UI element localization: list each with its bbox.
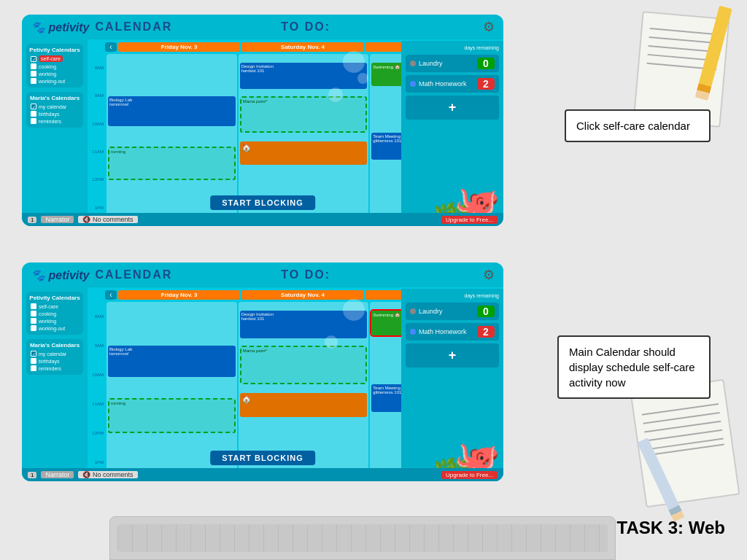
day-header-sat-top: Saturday Nov. 4	[241, 42, 363, 52]
app-header-bottom: 🐾 petivity CALENDAR TO DO: ⚙	[22, 262, 503, 287]
todo-label-math-top: Math Homework	[419, 80, 474, 88]
time-12pm-bottom: 12PM	[90, 431, 105, 435]
todo-laundry-bottom[interactable]: Laundry 0	[406, 303, 499, 320]
instruction-box-top: Click self-care calendar	[565, 109, 711, 142]
todo-add-btn-top[interactable]: +	[406, 96, 499, 120]
checkbox-selfcare-bottom[interactable]	[31, 303, 36, 309]
logo-bottom: 🐾 petivity	[31, 268, 89, 282]
sidebar-item-cooking-top[interactable]: cooking	[29, 63, 80, 70]
gear-icon-bottom[interactable]: ⚙	[483, 267, 495, 283]
todo-laundry-top[interactable]: Laundry 0	[406, 55, 499, 72]
checkbox-birthdays-bottom[interactable]	[31, 358, 36, 364]
upgrade-badge-bottom[interactable]: Upgrade to Free...	[441, 471, 498, 479]
checkbox-mycal-top[interactable]	[31, 104, 36, 109]
sidebar-item-working-top[interactable]: working	[29, 70, 80, 77]
mycal-label-top: my calendar	[39, 104, 66, 109]
prev-btn-bottom[interactable]: ‹	[105, 290, 117, 300]
sidebar-item-selfcare-top[interactable]: self-care	[29, 55, 80, 63]
gear-icon-top[interactable]: ⚙	[483, 19, 495, 35]
calendar-title-top: CALENDAR	[95, 20, 172, 34]
event-biologylab-bottom[interactable]: Biology Labtomorrow!	[108, 346, 236, 377]
sidebar-item-mycal-top[interactable]: my calendar	[29, 103, 80, 110]
bg-keyboard	[109, 516, 616, 560]
sidebar-item-workingout-bottom[interactable]: working-out	[29, 324, 80, 332]
todo-dot-math-top	[410, 81, 416, 87]
mycal-label-bottom: my calendar	[39, 351, 66, 357]
event-running-top[interactable]: running	[108, 147, 236, 180]
bottom-bar-top: 1 Narrator 🔇 No comments Upgrade to Free…	[22, 213, 503, 226]
narrator-btn-bottom[interactable]: Narrator	[41, 471, 74, 478]
time-9am-bottom: 9AM	[90, 343, 105, 348]
days-remaining-bottom: days remaining	[406, 293, 499, 298]
marias-section-title-bottom: Maria's Calendars	[29, 342, 80, 349]
event-design-top[interactable]: Design Invitationhardest 101	[240, 63, 368, 90]
time-col-top: 8AM 9AM 10AM 11AM 12PM 1PM	[90, 54, 105, 222]
petivity-section-title-bottom: Petivity Calendars	[29, 295, 80, 301]
sidebar-item-working-bottom[interactable]: working	[29, 317, 80, 324]
workingout-label-top: working-out	[39, 79, 65, 84]
sidebar-item-birthdays-top[interactable]: birthdays	[29, 110, 80, 117]
checkbox-cooking-bottom[interactable]	[31, 311, 36, 316]
time-11am-bottom: 11AM	[90, 402, 105, 406]
time-8am-top: 8AM	[90, 66, 105, 70]
event-mamapaint-top[interactable]: Mama paint*	[240, 96, 368, 133]
todo-mathhw-bottom[interactable]: Math Homework 2	[406, 323, 499, 341]
prev-btn-top[interactable]: ‹	[105, 42, 117, 52]
task-label: TASK 3: Web	[617, 518, 725, 538]
time-1pm-bottom: 1PM	[90, 460, 105, 464]
comments-bottom: 🔇 No comments	[78, 471, 137, 478]
event-biologylab-top[interactable]: Biology Labtomorrow!	[108, 96, 236, 126]
calendar-title-bottom: CALENDAR	[95, 268, 172, 281]
todo-label-math-bottom: Math Homework	[419, 328, 474, 335]
event-mamapaint-bottom[interactable]: Mama paint*	[240, 346, 368, 384]
time-10am-top: 10AM	[90, 122, 105, 126]
checkbox-reminders-top[interactable]	[31, 118, 36, 124]
todo-add-btn-bottom[interactable]: +	[406, 343, 499, 368]
sidebar-item-selfcare-bottom[interactable]: self-care	[29, 303, 80, 310]
checkbox-workingout-bottom[interactable]	[31, 325, 36, 331]
event-home-top[interactable]: 🏠	[240, 141, 368, 165]
start-blocking-btn-bottom[interactable]: START BLOCKING	[210, 451, 315, 465]
event-home-bottom[interactable]: 🏠	[240, 393, 368, 418]
todo-count-laundry-top: 0	[477, 58, 495, 69]
todo-label-laundry-bottom: Laundry	[419, 308, 474, 315]
sidebar-item-cooking-bottom[interactable]: cooking	[29, 310, 80, 317]
checkbox-mycal-bottom[interactable]	[31, 351, 36, 357]
page-num-bottom: 1	[28, 472, 36, 478]
sidebar-item-mycal-bottom[interactable]: my calendar	[29, 350, 80, 357]
workingout-label-bottom: working-out	[39, 326, 65, 331]
time-11am-top: 11AM	[90, 149, 105, 154]
checkbox-workingout-top[interactable]	[31, 78, 36, 84]
todo-mathhw-top[interactable]: Math Homework 2	[406, 75, 499, 93]
sidebar-item-reminders-bottom[interactable]: reminders	[29, 365, 80, 372]
marias-calendars-section-top: Maria's Calendars my calendar birthdays …	[26, 92, 83, 128]
top-app-panel: 🐾 petivity CALENDAR TO DO: ⚙ Petivity Ca…	[22, 15, 503, 226]
checkbox-reminders-bottom[interactable]	[31, 365, 36, 371]
birthdays-label-top: birthdays	[39, 112, 59, 117]
bottom-app-panel: 🐾 petivity CALENDAR TO DO: ⚙ Petivity Ca…	[22, 262, 503, 481]
cooking-label-top: cooking	[39, 64, 56, 69]
event-running-bottom[interactable]: running	[108, 398, 236, 433]
time-col-bottom: 8AM 9AM 10AM 11AM 12PM 1PM	[90, 302, 105, 477]
sidebar-item-reminders-top[interactable]: reminders	[29, 117, 80, 125]
comments-top: 🔇 No comments	[78, 216, 137, 223]
sidebar-item-workingout-top[interactable]: working-out	[29, 77, 80, 85]
start-blocking-btn-top[interactable]: START BLOCKING	[210, 195, 315, 210]
page-num-top: 1	[28, 217, 36, 223]
checkbox-cooking-top[interactable]	[31, 63, 36, 69]
todo-dot-math-bottom	[410, 329, 416, 335]
checkbox-working-top[interactable]	[31, 71, 36, 77]
todo-title-top: TO DO:	[281, 20, 330, 34]
sidebar-item-birthdays-bottom[interactable]: birthdays	[29, 357, 80, 365]
checkbox-selfcare-top[interactable]	[31, 56, 36, 62]
narrator-btn-top[interactable]: Narrator	[41, 216, 74, 223]
upgrade-badge-top[interactable]: Upgrade to Free...	[441, 216, 498, 224]
event-design-bottom[interactable]: Design Invitationhardest 101	[240, 311, 368, 338]
selfcare-label-top[interactable]: self-care	[39, 55, 63, 62]
checkbox-working-bottom[interactable]	[31, 318, 36, 324]
time-8am-bottom: 8AM	[90, 314, 105, 319]
checkbox-birthdays-top[interactable]	[31, 111, 36, 117]
bottom-bar-bottom: 1 Narrator 🔇 No comments Upgrade to Free…	[22, 468, 503, 481]
petivity-section-title-top: Petivity Calendars	[29, 47, 80, 53]
selfcare-label-bottom[interactable]: self-care	[39, 304, 58, 309]
